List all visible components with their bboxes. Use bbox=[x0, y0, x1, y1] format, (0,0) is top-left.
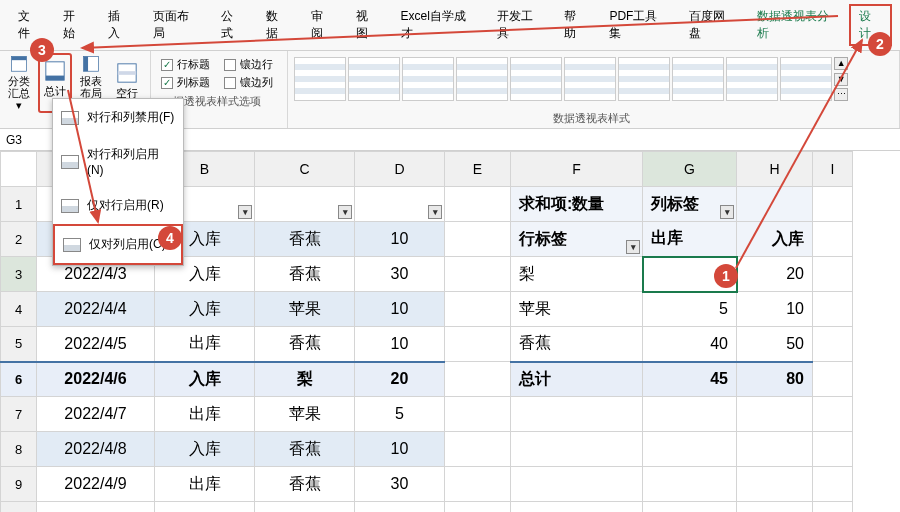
tab-pdf[interactable]: PDF工具集 bbox=[599, 4, 676, 46]
tab-home[interactable]: 开始 bbox=[53, 4, 96, 46]
badge-3: 3 bbox=[30, 38, 54, 62]
tab-pivotanalyze[interactable]: 数据透视表分析 bbox=[747, 4, 847, 46]
styles-label: 数据透视表样式 bbox=[290, 111, 893, 126]
chk-rowheaders[interactable]: 行标题 镶边行 bbox=[161, 57, 273, 72]
gallery-more-icon[interactable]: ⋯ bbox=[834, 88, 848, 101]
dd-disable-rc[interactable]: 对行和列禁用(F) bbox=[53, 99, 183, 136]
pivot-sum-label[interactable]: 求和项:数量 bbox=[511, 187, 643, 222]
dd-rows-only[interactable]: 仅对行启用(R) bbox=[53, 187, 183, 224]
filter-icon[interactable]: ▾ bbox=[626, 240, 640, 254]
filter-icon[interactable]: ▾ bbox=[338, 205, 352, 219]
ribbon-styles-group: ▲▼⋯ 数据透视表样式 bbox=[288, 51, 900, 128]
tab-baidu[interactable]: 百度网盘 bbox=[679, 4, 745, 46]
filter-icon[interactable]: ▾ bbox=[720, 205, 734, 219]
select-all-corner[interactable] bbox=[1, 152, 37, 187]
chk-colheaders[interactable]: 列标题 镶边列 bbox=[161, 75, 273, 90]
filter-icon[interactable]: ▾ bbox=[238, 205, 252, 219]
badge-1: 1 bbox=[714, 264, 738, 288]
filter-icon[interactable]: ▾ bbox=[428, 205, 442, 219]
svg-rect-7 bbox=[118, 71, 136, 75]
badge-2: 2 bbox=[868, 32, 892, 56]
tab-formula[interactable]: 公式 bbox=[211, 4, 254, 46]
style-gallery[interactable]: ▲▼⋯ bbox=[290, 53, 893, 111]
svg-rect-5 bbox=[84, 56, 88, 71]
subtotal-button[interactable]: 分类汇总▾ bbox=[2, 53, 36, 113]
tab-review[interactable]: 审阅 bbox=[301, 4, 344, 46]
dd-enable-rc[interactable]: 对行和列启用(N) bbox=[53, 136, 183, 187]
gallery-up-icon[interactable]: ▲ bbox=[834, 57, 848, 70]
tab-pagelayout[interactable]: 页面布局 bbox=[143, 4, 209, 46]
gallery-down-icon[interactable]: ▼ bbox=[834, 73, 848, 86]
tab-excelself[interactable]: Excel自学成才 bbox=[391, 4, 485, 46]
tab-dev[interactable]: 开发工具 bbox=[487, 4, 553, 46]
tab-help[interactable]: 帮助 bbox=[554, 4, 597, 46]
svg-rect-3 bbox=[46, 75, 64, 80]
tab-data[interactable]: 数据 bbox=[256, 4, 299, 46]
badge-4: 4 bbox=[158, 226, 182, 250]
name-box[interactable]: G3 bbox=[0, 131, 60, 149]
ribbon-tabs: 文件 开始 插入 页面布局 公式 数据 审阅 视图 Excel自学成才 开发工具… bbox=[0, 0, 900, 51]
svg-rect-1 bbox=[12, 56, 27, 60]
tab-insert[interactable]: 插入 bbox=[98, 4, 141, 46]
tab-view[interactable]: 视图 bbox=[346, 4, 389, 46]
